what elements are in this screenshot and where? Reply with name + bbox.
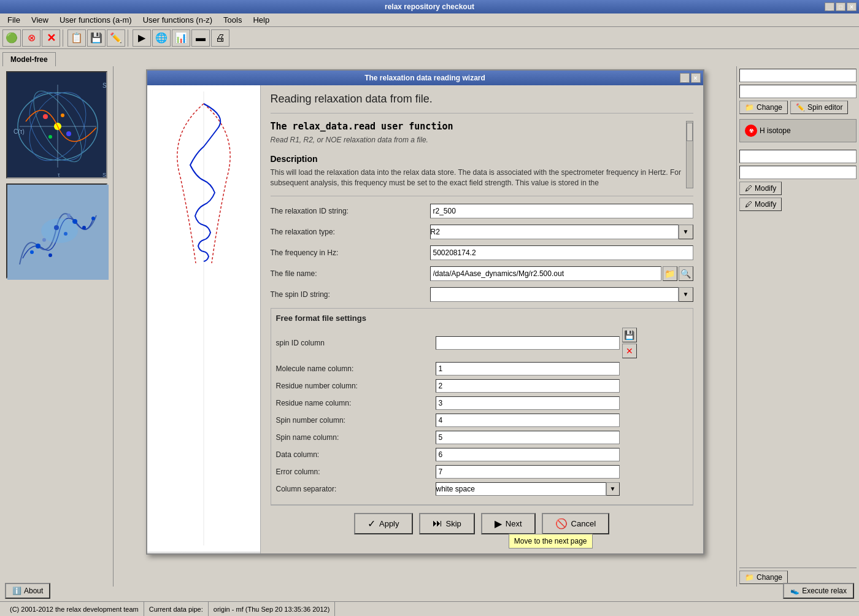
toolbar-stop[interactable]: ⊗ bbox=[22, 29, 40, 47]
relaxation-type-dropdown[interactable]: ▼ bbox=[679, 225, 693, 239]
right-input-4[interactable] bbox=[739, 166, 857, 179]
mol-name-row: Molecule name column: bbox=[276, 362, 688, 375]
res-name-input[interactable] bbox=[436, 396, 620, 410]
delete-btn[interactable]: ✕ bbox=[622, 344, 637, 358]
error-col-input[interactable] bbox=[436, 465, 620, 479]
modify-button-1[interactable]: 🖊 Modify bbox=[739, 182, 782, 195]
apply-icon: ✓ bbox=[368, 518, 376, 529]
skip-button[interactable]: ⏭ Skip bbox=[419, 513, 475, 534]
menu-tools[interactable]: Tools bbox=[218, 14, 247, 26]
spin-id-input[interactable] bbox=[430, 287, 679, 302]
dialog-title: The relaxation data reading wizard bbox=[364, 74, 485, 82]
svg-point-24 bbox=[67, 214, 71, 217]
status-pipe-label: Current data pipe: bbox=[144, 602, 209, 616]
svg-point-22 bbox=[30, 250, 34, 254]
toolbar-edit[interactable]: ✏️ bbox=[107, 29, 125, 47]
file-name-input[interactable] bbox=[430, 266, 661, 281]
spin-num-input[interactable] bbox=[436, 414, 620, 427]
menu-help[interactable]: Help bbox=[248, 14, 274, 26]
apply-button[interactable]: ✓ Apply bbox=[354, 513, 413, 534]
menu-user-functions-am[interactable]: User functions (a-m) bbox=[55, 14, 137, 26]
file-search-btn[interactable]: 🔍 bbox=[679, 266, 693, 281]
tab-model-free[interactable]: Model-free bbox=[2, 52, 56, 66]
spin-name-input[interactable] bbox=[436, 431, 620, 444]
relaxation-type-row: The relaxation type: ▼ bbox=[271, 225, 693, 239]
dialog-minimize-btn[interactable]: _ bbox=[680, 73, 690, 83]
center-area: The relaxation data reading wizard _ × bbox=[114, 66, 736, 587]
mol-canvas-2 bbox=[6, 183, 107, 279]
file-browse-btn[interactable]: 📁 bbox=[663, 266, 677, 281]
spin-id-col-row: spin ID column 💾 ✕ bbox=[276, 328, 688, 358]
col-sep-input[interactable] bbox=[436, 482, 606, 496]
dialog-close-btn[interactable]: × bbox=[691, 73, 701, 83]
right-input-3[interactable] bbox=[739, 150, 857, 163]
menu-bar: File View User functions (a-m) User func… bbox=[0, 13, 859, 27]
error-col-row: Error column: bbox=[276, 465, 688, 479]
dialog-titlebar-controls: _ × bbox=[680, 73, 701, 83]
svg-text:τ: τ bbox=[58, 172, 60, 178]
execute-relax-button[interactable]: 👟 Execute relax bbox=[783, 583, 854, 599]
svg-point-26 bbox=[41, 218, 78, 243]
menu-view[interactable]: View bbox=[26, 14, 53, 26]
desc-title: Description bbox=[271, 154, 686, 164]
main-area: S² C(τ) τ S bbox=[0, 66, 859, 587]
menu-user-functions-nz[interactable]: User functions (n-z) bbox=[138, 14, 217, 26]
spin-id-col-input[interactable] bbox=[436, 336, 620, 350]
about-icon: ℹ️ bbox=[12, 587, 21, 595]
col-sep-dropdown[interactable]: ▼ bbox=[606, 482, 620, 496]
file-name-wrapper: 📁 🔍 bbox=[430, 266, 693, 281]
change-button-1[interactable]: 📁 Change bbox=[739, 101, 788, 114]
toolbar-save[interactable]: 💾 bbox=[87, 29, 106, 47]
spin-id-dropdown[interactable]: ▼ bbox=[679, 287, 693, 302]
change-button-2[interactable]: 📁 Change bbox=[739, 571, 788, 584]
mol-name-input[interactable] bbox=[436, 362, 620, 375]
data-col-label: Data column: bbox=[276, 450, 436, 459]
right-input-2[interactable] bbox=[739, 85, 857, 98]
toolbar-chart[interactable]: 📊 bbox=[172, 29, 190, 47]
toolbar-close[interactable]: ✕ bbox=[42, 29, 60, 47]
spin-name-row: Spin name column: bbox=[276, 431, 688, 444]
desc-scrollbar[interactable] bbox=[686, 121, 693, 188]
menu-file[interactable]: File bbox=[2, 14, 25, 26]
toolbar-open[interactable]: 📋 bbox=[67, 29, 86, 47]
toolbar-new[interactable]: 🟢 bbox=[2, 29, 21, 47]
svg-point-14 bbox=[48, 135, 52, 139]
free-format-title: Free format file settings bbox=[276, 314, 688, 323]
cancel-button[interactable]: 🚫 Cancel bbox=[542, 513, 609, 534]
maximize-button[interactable]: □ bbox=[836, 2, 846, 11]
dialog-heading: Reading relaxation data from file. bbox=[271, 93, 693, 106]
svg-point-21 bbox=[82, 226, 86, 229]
relaxation-type-wrapper: ▼ bbox=[430, 225, 693, 239]
about-button[interactable]: ℹ️ About bbox=[5, 583, 50, 599]
scrollbar-thumb[interactable] bbox=[687, 123, 693, 141]
modify-button-2[interactable]: 🖊 Modify bbox=[739, 198, 782, 211]
toolbar-globe[interactable]: 🌐 bbox=[152, 29, 171, 47]
right-input-1[interactable] bbox=[739, 69, 857, 82]
frequency-row: The frequency in Hz: bbox=[271, 245, 693, 260]
desc-text: The relax_data.read user function Read R… bbox=[271, 121, 686, 188]
svg-point-19 bbox=[48, 253, 52, 257]
col-sep-row: Column separator: ▼ bbox=[276, 482, 688, 496]
close-button[interactable]: × bbox=[847, 2, 857, 11]
res-name-row: Residue name column: bbox=[276, 396, 688, 410]
frequency-input[interactable] bbox=[430, 245, 693, 260]
svg-point-13 bbox=[61, 114, 64, 117]
right-panel: 📁 Change ✏️ Spin editor ☢ H isotope 🖊 bbox=[736, 66, 859, 587]
spin-editor-button[interactable]: ✏️ Spin editor bbox=[790, 101, 848, 114]
data-col-input[interactable] bbox=[436, 448, 620, 461]
toolbar: 🟢 ⊗ ✕ 📋 💾 ✏️ ▶ 🌐 📊 ▬ 🖨 bbox=[0, 27, 859, 49]
dialog-main: Reading relaxation data from file. The r… bbox=[261, 85, 703, 552]
spin-id-wrapper: ▼ bbox=[430, 287, 693, 302]
toolbar-print[interactable]: 🖨 bbox=[211, 29, 229, 47]
minimize-button[interactable]: _ bbox=[825, 2, 834, 11]
spin-editor-icon: ✏️ bbox=[796, 103, 805, 112]
res-num-input[interactable] bbox=[436, 379, 620, 393]
next-button[interactable]: ▶ Next bbox=[481, 513, 536, 534]
toolbar-sep1 bbox=[63, 29, 65, 47]
relaxation-id-input[interactable] bbox=[430, 204, 693, 218]
save-btn[interactable]: 💾 bbox=[622, 328, 637, 342]
free-format-section: Free format file settings spin ID column… bbox=[271, 308, 693, 505]
toolbar-bar[interactable]: ▬ bbox=[191, 29, 210, 47]
toolbar-run[interactable]: ▶ bbox=[133, 29, 151, 47]
relaxation-type-input[interactable] bbox=[430, 225, 679, 239]
